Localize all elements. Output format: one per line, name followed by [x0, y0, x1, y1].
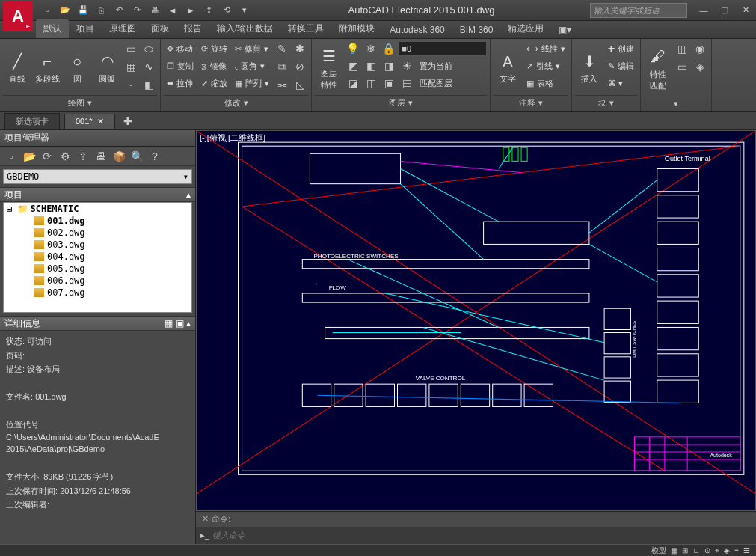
mirror-button[interactable]: ⧖ 镜像 — [198, 58, 230, 74]
array-button[interactable]: ▦ 阵列 ▾ — [232, 75, 272, 91]
prev-icon[interactable]: ◄ — [165, 2, 181, 19]
layer-d-icon[interactable]: ▤ — [399, 75, 415, 91]
status-lwt-icon[interactable]: ≡ — [734, 546, 739, 555]
props-c-icon[interactable]: ▭ — [674, 58, 690, 75]
point-icon[interactable]: ∙ — [123, 76, 139, 93]
ribbon-tab-project[interactable]: 项目 — [69, 19, 102, 38]
polyline-button[interactable]: ⌐多段线 — [33, 40, 61, 95]
status-snap-icon[interactable]: ⊞ — [682, 546, 688, 555]
create-block-button[interactable]: ✚ 创建 — [605, 40, 637, 57]
close-icon[interactable]: ✕ — [735, 2, 756, 19]
props-b-icon[interactable]: ◉ — [692, 40, 708, 57]
spline-icon[interactable]: ∿ — [141, 58, 157, 75]
command-line[interactable]: ▸_ — [196, 527, 756, 544]
saveas-icon[interactable]: ⎘ — [93, 2, 109, 19]
erase-icon[interactable]: ✎ — [274, 40, 290, 57]
match-layer-button[interactable]: 匹配图层 — [417, 75, 455, 91]
layer-iso-icon[interactable]: ◩ — [345, 58, 361, 74]
insert-button[interactable]: ⬇插入 — [575, 40, 603, 95]
section-details-header[interactable]: 详细信息▦ ▣ ▴ — [0, 316, 195, 331]
arc-button[interactable]: ◠圆弧 — [93, 40, 121, 95]
hatch-icon[interactable]: ▦ — [123, 58, 139, 75]
rewind-icon[interactable]: ⟲ — [218, 2, 235, 19]
pm-search-icon[interactable]: 🔍 — [129, 148, 145, 165]
ribbon-tab-default[interactable]: 默认 — [36, 19, 69, 38]
linear-dim-button[interactable]: ⟷ 线性 ▾ — [523, 40, 568, 57]
offset-icon[interactable]: ⧉ — [274, 58, 290, 75]
tab-close-icon[interactable]: ✕ — [97, 117, 104, 126]
trim-button[interactable]: ✂ 修剪 ▾ — [232, 40, 272, 57]
section-project-header[interactable]: 项目▴ — [0, 187, 195, 202]
ribbon-tab-expand-icon[interactable]: ▣▾ — [551, 22, 579, 38]
ribbon-tab-featured[interactable]: 精选应用 — [500, 19, 551, 38]
publish-icon[interactable]: ⇪ — [200, 2, 217, 19]
tree-file-007[interactable]: 007.dwg — [4, 287, 191, 299]
line-button[interactable]: ╱直线 — [3, 40, 31, 95]
pm-open-icon[interactable]: 📂 — [21, 148, 37, 165]
props-d-icon[interactable]: ◈ — [692, 58, 708, 75]
stretch-button[interactable]: ⬌ 拉伸 — [164, 75, 197, 91]
layer-a-icon[interactable]: ◪ — [345, 75, 361, 91]
table-button[interactable]: ▦ 表格 — [523, 75, 568, 91]
ribbon-tab-panel[interactable]: 面板 — [144, 19, 176, 38]
move-button[interactable]: ✥ 移动 — [164, 40, 197, 57]
open-icon[interactable]: 📂 — [57, 2, 73, 19]
ribbon-tab-schematic[interactable]: 原理图 — [102, 19, 144, 38]
scale-button[interactable]: ⤢ 缩放 — [198, 75, 230, 91]
ribbon-tab-io[interactable]: 输入/输出数据 — [209, 19, 280, 38]
app-menu-icon[interactable]: A — [3, 1, 33, 31]
chamfer-icon[interactable]: ◺ — [292, 76, 308, 93]
fillet-button[interactable]: ◟ 圆角 ▾ — [232, 58, 272, 74]
copy-button[interactable]: ❐ 复制 — [164, 58, 197, 74]
edit-block-button[interactable]: ✎ 编辑 — [605, 58, 637, 74]
tree-file-004[interactable]: 004.dwg — [4, 251, 191, 263]
search-input[interactable]: 输入关键字或短语 — [590, 3, 687, 18]
join-icon[interactable]: ⫘ — [274, 76, 290, 93]
status-ortho-icon[interactable]: ∟ — [692, 546, 700, 555]
pm-plot-icon[interactable]: 🖶 — [93, 148, 109, 165]
redo-icon[interactable]: ↷ — [129, 2, 145, 19]
panel-title-props[interactable]: ▾ — [644, 97, 708, 110]
bulb-icon[interactable]: 💡 — [345, 40, 361, 57]
rotate-button[interactable]: ⟳ 旋转 — [198, 40, 230, 57]
pm-refresh-icon[interactable]: ⟳ — [39, 148, 55, 165]
status-3d-icon[interactable]: ◈ — [724, 546, 730, 555]
match-props-button[interactable]: 🖌特性 匹配 — [644, 40, 672, 97]
ribbon-tab-a360[interactable]: Autodesk 360 — [382, 22, 452, 38]
break-icon[interactable]: ⊘ — [292, 58, 308, 75]
tab-001[interactable]: 001* ✕ — [64, 114, 115, 129]
tree-file-003[interactable]: 003.dwg — [4, 239, 191, 251]
freeze-icon[interactable]: ❄ — [363, 40, 379, 57]
layer-on-icon[interactable]: ◨ — [381, 58, 397, 74]
circle-button[interactable]: ○圆 — [63, 40, 91, 95]
tree-file-005[interactable]: 005.dwg — [4, 263, 191, 275]
ribbon-tab-addon[interactable]: 附加模块 — [331, 19, 382, 38]
layer-c-icon[interactable]: ▣ — [381, 75, 397, 91]
qat-dropdown-icon[interactable]: ▾ — [236, 2, 253, 19]
pm-wizard-icon[interactable]: ⚙ — [57, 148, 73, 165]
panel-title-block[interactable]: 块 ▾ — [575, 95, 637, 110]
tree-file-001[interactable]: 001.dwg — [4, 215, 191, 227]
print-icon[interactable]: 🖶 — [147, 2, 163, 19]
drawing-canvas[interactable]: [-][俯视][二维线框] — [196, 130, 756, 511]
save-icon[interactable]: 💾 — [75, 2, 91, 19]
pm-help-icon[interactable]: ? — [147, 148, 163, 165]
status-polar-icon[interactable]: ⊙ — [704, 546, 710, 555]
layer-props-button[interactable]: ☰图层 特性 — [315, 40, 343, 95]
region-icon[interactable]: ◧ — [141, 76, 157, 93]
undo-icon[interactable]: ↶ — [111, 2, 127, 19]
pm-new-icon[interactable]: ▫ — [3, 148, 19, 165]
tab-add-icon[interactable]: ✚ — [120, 113, 136, 129]
layer-dropdown[interactable]: ■ 0 — [398, 41, 487, 56]
layer-thaw-icon[interactable]: ☀ — [399, 58, 415, 74]
text-button[interactable]: A文字 — [494, 40, 522, 95]
ribbon-tab-convert[interactable]: 转换工具 — [280, 19, 331, 38]
pm-zip-icon[interactable]: 📦 — [111, 148, 127, 165]
layer-b-icon[interactable]: ◫ — [363, 75, 379, 91]
pm-publish-icon[interactable]: ⇪ — [75, 148, 91, 165]
project-dropdown[interactable]: GBDEMO▾ — [3, 169, 192, 184]
command-input[interactable] — [212, 531, 752, 540]
rectangle-icon[interactable]: ▭ — [123, 40, 139, 57]
status-grid-icon[interactable]: ▦ — [671, 546, 677, 555]
close-cmd-icon[interactable]: ✕ — [202, 514, 209, 524]
